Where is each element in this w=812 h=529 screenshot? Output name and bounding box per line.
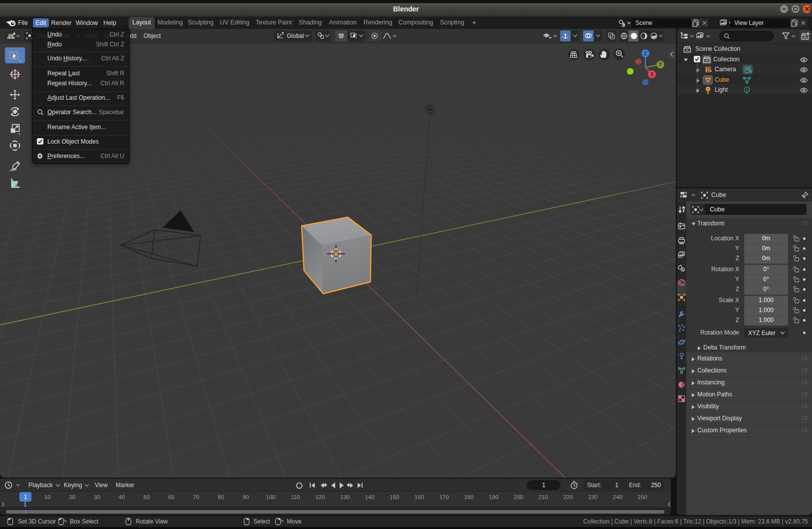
svg-text:X: X: [650, 71, 653, 77]
svg-text:Y: Y: [658, 61, 662, 67]
svg-text:Z: Z: [644, 50, 647, 56]
